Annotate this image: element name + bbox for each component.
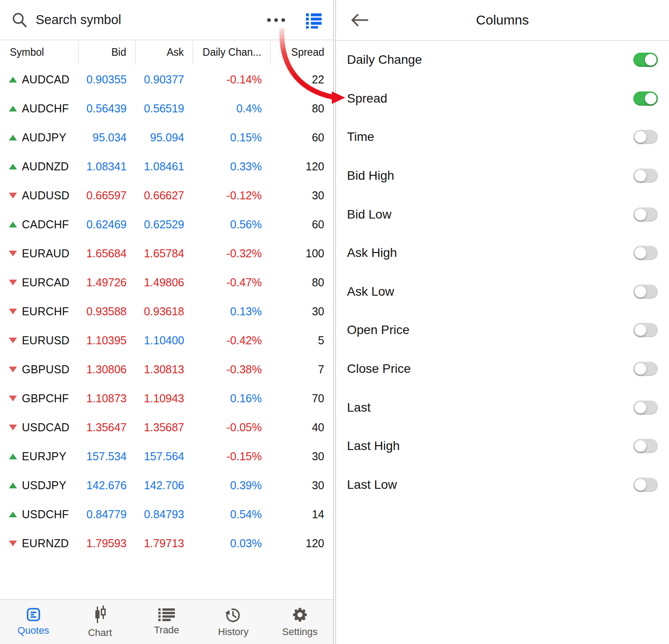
column-option-row[interactable]: Last High <box>336 427 669 466</box>
table-row[interactable]: USDCHF 0.84779 0.84793 0.54% 14 <box>0 500 333 529</box>
toggle-knob <box>645 93 657 104</box>
table-row[interactable]: EURNZD 1.79593 1.79713 0.03% 120 <box>0 529 333 558</box>
ask-value: 0.93618 <box>136 305 193 318</box>
table-row[interactable]: EURCAD 1.49726 1.49806 -0.47% 80 <box>0 268 333 297</box>
ask-value: 1.49806 <box>136 276 193 289</box>
table-row[interactable]: AUDJPY 95.034 95.094 0.15% 60 <box>0 123 333 152</box>
column-toggle[interactable] <box>633 285 658 299</box>
table-row[interactable]: EURCHF 0.93588 0.93618 0.13% 30 <box>0 297 333 326</box>
column-toggle[interactable] <box>633 478 658 492</box>
symbol-name: AUDJPY <box>22 131 66 144</box>
list-view-button[interactable] <box>306 12 322 29</box>
ask-value: 0.62529 <box>136 218 193 231</box>
column-option-row[interactable]: Open Price <box>336 311 669 350</box>
table-row[interactable]: CADCHF 0.62469 0.62529 0.56% 60 <box>0 210 333 239</box>
app-screenshot: Symbol Bid Ask Daily Chan... Spread AUDC… <box>0 0 669 644</box>
spread-value: 80 <box>271 102 333 115</box>
trend-arrow-icon <box>9 164 17 169</box>
column-option-row[interactable]: Last <box>336 388 669 427</box>
ask-value: 1.30813 <box>136 363 193 376</box>
column-option-row[interactable]: Last Low <box>336 466 669 504</box>
table-row[interactable]: GBPUSD 1.30806 1.30813 -0.38% 7 <box>0 355 333 384</box>
tab-chart[interactable]: Chart <box>66 600 133 644</box>
trend-arrow-icon <box>9 77 17 83</box>
symbol-name: EURCHF <box>22 305 69 318</box>
tab-trade[interactable]: Trade <box>133 600 200 644</box>
column-toggle[interactable] <box>633 246 658 260</box>
tab-quotes[interactable]: Quotes <box>0 600 66 644</box>
spread-value: 30 <box>271 479 333 492</box>
column-option-label: Bid High <box>347 169 394 183</box>
table-row[interactable]: USDCAD 1.35647 1.35687 -0.05% 40 <box>0 413 333 442</box>
table-row[interactable]: AUDUSD 0.66597 0.66627 -0.12% 30 <box>0 181 333 210</box>
daily-change-value: -0.14% <box>193 73 271 86</box>
table-row[interactable]: AUDCHF 0.56439 0.56519 0.4% 80 <box>0 94 333 123</box>
table-row[interactable]: EURUSD 1.10395 1.10400 -0.42% 5 <box>0 326 333 355</box>
search-input[interactable] <box>35 12 266 28</box>
column-toggle[interactable] <box>633 91 658 106</box>
toggle-knob <box>645 54 657 66</box>
column-option-label: Daily Change <box>347 53 422 67</box>
toggle-knob <box>635 209 646 220</box>
column-toggle[interactable] <box>633 207 658 222</box>
column-option-row[interactable]: Bid High <box>336 157 669 195</box>
trend-arrow-icon <box>9 193 17 198</box>
column-option-row[interactable]: Bid Low <box>336 195 669 234</box>
column-option-row[interactable]: Ask High <box>336 234 669 272</box>
ask-value: 157.564 <box>136 450 193 463</box>
header-spread: Spread <box>271 40 333 65</box>
ask-value: 1.10400 <box>136 334 193 347</box>
column-option-row[interactable]: Time <box>336 118 669 157</box>
column-option-row[interactable]: Spread <box>336 79 669 118</box>
trend-arrow-icon <box>9 222 17 227</box>
column-option-row[interactable]: Close Price <box>336 350 669 388</box>
spread-value: 22 <box>271 73 333 86</box>
column-toggle[interactable] <box>633 439 658 453</box>
tab-history[interactable]: History <box>200 600 266 644</box>
gear-icon <box>292 607 308 623</box>
daily-change-value: 0.4% <box>193 102 271 115</box>
tab-settings[interactable]: Settings <box>267 600 333 644</box>
trend-arrow-icon <box>9 425 17 430</box>
column-option-label: Ask High <box>347 246 397 260</box>
column-option-row[interactable]: Ask Low <box>336 272 669 311</box>
table-row[interactable]: EURAUD 1.65684 1.65784 -0.32% 100 <box>0 239 333 268</box>
bid-value: 0.56439 <box>79 102 136 115</box>
table-row[interactable]: GBPCHF 1.10873 1.10943 0.16% 70 <box>0 384 333 413</box>
column-option-label: Spread <box>347 91 387 106</box>
daily-change-value: 0.33% <box>193 160 271 173</box>
column-toggle[interactable] <box>633 400 658 415</box>
bid-value: 1.10873 <box>79 392 136 405</box>
table-row[interactable]: AUDCAD 0.90355 0.90377 -0.14% 22 <box>0 65 333 94</box>
quotes-panel: Symbol Bid Ask Daily Chan... Spread AUDC… <box>0 0 333 644</box>
spread-value: 120 <box>271 537 333 550</box>
header-bid: Bid <box>79 40 136 65</box>
ask-value: 1.08461 <box>136 160 193 173</box>
column-option-label: Close Price <box>347 362 411 376</box>
toggle-knob <box>635 286 646 297</box>
ask-value: 0.66627 <box>136 189 193 202</box>
toggle-knob <box>635 324 646 336</box>
column-toggle[interactable] <box>633 169 658 183</box>
table-row[interactable]: AUDNZD 1.08341 1.08461 0.33% 120 <box>0 152 333 181</box>
table-row[interactable]: EURJPY 157.534 157.564 -0.15% 30 <box>0 442 333 471</box>
spread-value: 60 <box>271 131 333 144</box>
trend-arrow-icon <box>9 309 17 314</box>
column-option-row[interactable]: Daily Change <box>336 41 669 79</box>
symbol-name: EURJPY <box>22 450 66 463</box>
column-toggle[interactable] <box>633 53 658 67</box>
spread-value: 7 <box>271 363 333 376</box>
table-row[interactable]: USDJPY 142.676 142.706 0.39% 30 <box>0 471 333 500</box>
ask-value: 142.706 <box>136 479 193 492</box>
ask-value: 0.56519 <box>136 102 193 115</box>
bid-value: 1.79593 <box>79 537 136 550</box>
column-option-label: Time <box>347 130 374 144</box>
trend-arrow-icon <box>9 338 17 343</box>
column-toggle[interactable] <box>633 362 658 376</box>
columns-panel: Columns Daily Change Spread Time Bid Hig… <box>336 0 669 644</box>
column-options-list: Daily Change Spread Time Bid High Bid Lo… <box>336 41 669 504</box>
column-toggle[interactable] <box>633 130 658 144</box>
column-toggle[interactable] <box>633 323 658 337</box>
more-options-button[interactable] <box>266 16 286 25</box>
search-bar <box>0 0 333 40</box>
